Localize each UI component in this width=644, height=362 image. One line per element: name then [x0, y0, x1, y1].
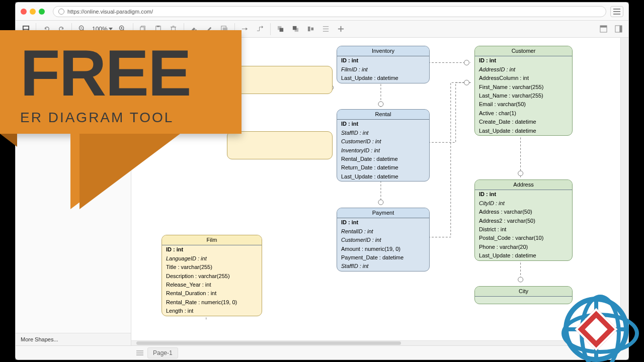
horizontal-scrollbar[interactable]: [131, 340, 612, 345]
outline-panel-button[interactable]: [611, 23, 625, 35]
entity-column: StaffID : int: [337, 129, 429, 137]
vp-logo: [558, 292, 634, 362]
zoom-in-button[interactable]: [116, 23, 130, 35]
entity-column: Last_Name : varchar(255): [475, 92, 572, 100]
svg-line-4: [83, 29, 85, 32]
svg-rect-27: [311, 28, 314, 31]
save-button[interactable]: [19, 23, 33, 35]
entity-column: Title : varchar(255): [162, 263, 262, 272]
entity-column: Active : char(1): [475, 109, 572, 118]
svg-rect-34: [600, 26, 606, 28]
entity-column: First_Name : varchar(255): [475, 83, 572, 92]
entity-box-hidden-2[interactable]: [227, 131, 333, 159]
svg-point-43: [518, 277, 523, 282]
svg-point-17: [195, 29, 197, 31]
zoom-level[interactable]: 100%: [90, 26, 115, 33]
undo-button[interactable]: [39, 23, 53, 35]
entity-column: Address2 : varchar(50): [475, 217, 572, 225]
entity-column: Length : int: [162, 307, 262, 315]
entity-column: AddressID : int: [475, 65, 572, 74]
svg-rect-14: [172, 27, 176, 32]
entity-address[interactable]: Address ID : intCityID : intAddress : va…: [474, 179, 573, 261]
more-shapes-button[interactable]: More Shapes...: [16, 333, 131, 345]
entity-rental[interactable]: Rental ID : intStaffID : intCustomerID :…: [337, 109, 430, 182]
entity-title: City: [475, 287, 572, 297]
svg-rect-23: [280, 28, 284, 32]
fill-color-button[interactable]: [187, 23, 201, 35]
align-button[interactable]: [304, 23, 318, 35]
svg-line-7: [123, 29, 126, 32]
entity-column: Return_Date : datetime: [337, 163, 429, 172]
entity-box-hidden-1[interactable]: [227, 66, 333, 94]
entity-payment[interactable]: Payment ID : intRentalID : intCustomerID…: [337, 208, 430, 272]
entity-column: CustomerID : int: [337, 236, 429, 244]
footer: Page-1: [16, 345, 628, 359]
entity-title: Customer: [475, 46, 572, 56]
search-placeholder: Search: [22, 44, 40, 50]
svg-rect-36: [619, 26, 622, 32]
search-input[interactable]: Search: [19, 41, 128, 53]
format-panel-button[interactable]: [596, 23, 610, 35]
entity-column: CityID : int: [475, 199, 572, 208]
paste-button[interactable]: [151, 23, 166, 35]
entity-column: ID : int: [475, 56, 572, 65]
menu-icon[interactable]: [610, 6, 623, 17]
svg-rect-13: [157, 26, 160, 27]
browser-titlebar: https://online.visual-paradigm.com/: [16, 3, 628, 21]
entity-column: FilmID : int: [337, 65, 429, 74]
entity-column: Description : varchar(255): [162, 272, 262, 281]
url-bar[interactable]: https://online.visual-paradigm.com/: [53, 6, 606, 17]
connector-style-button[interactable]: [238, 23, 252, 35]
entity-city[interactable]: City: [474, 286, 573, 304]
entity-column: Last_Update : datetime: [475, 251, 572, 260]
entity-column: ID : int: [337, 56, 429, 65]
entity-column: Last_Update : datetime: [337, 172, 429, 181]
entity-column: Rental_Date : datetime: [337, 155, 429, 163]
entity-customer[interactable]: Customer ID : intAddressID : intAddressC…: [474, 46, 573, 136]
svg-rect-26: [308, 27, 310, 31]
waypoint-button[interactable]: [253, 23, 267, 35]
to-front-button[interactable]: [274, 23, 288, 35]
svg-rect-1: [23, 27, 28, 29]
entity-title: Address: [475, 180, 572, 190]
entity-column: Amount : numeric(19, 0): [337, 245, 429, 253]
entity-column: ID : int: [162, 245, 262, 254]
svg-rect-20: [223, 28, 227, 32]
sidebar-category[interactable]: Entity Relationship: [16, 56, 131, 68]
distribute-button[interactable]: [319, 23, 333, 35]
shape-palette[interactable]: [16, 68, 131, 333]
line-color-button[interactable]: [202, 23, 216, 35]
entity-column: Rental_Rate : numeric(19, 0): [162, 298, 262, 307]
url-text: https://online.visual-paradigm.com/: [67, 9, 153, 15]
add-button[interactable]: [334, 23, 348, 35]
redo-button[interactable]: [54, 23, 68, 35]
svg-point-41: [464, 80, 469, 85]
svg-rect-2: [24, 30, 28, 32]
entity-film[interactable]: Film ID : intLanguageID : intTitle : var…: [162, 235, 262, 316]
entity-column: ID : int: [337, 120, 429, 128]
entity-column: ID : int: [337, 218, 429, 227]
delete-button[interactable]: [167, 23, 181, 35]
entity-column: StaffID : int: [337, 262, 429, 270]
entity-inventory[interactable]: Inventory ID : intFilmID : intLast_Updat…: [337, 46, 430, 83]
copy-button[interactable]: [136, 23, 150, 35]
entity-column: LanguageID : int: [162, 254, 262, 263]
svg-rect-11: [140, 27, 144, 32]
entity-column: RentalID : int: [337, 227, 429, 236]
to-back-button[interactable]: [289, 23, 303, 35]
svg-point-39: [378, 200, 383, 205]
diagram-canvas[interactable]: Inventory ID : intFilmID : intLast_Updat…: [131, 38, 620, 345]
window-buttons[interactable]: [21, 9, 45, 15]
entity-column: Payment_Date : datetime: [337, 253, 429, 262]
page-tab[interactable]: Page-1: [147, 347, 178, 358]
svg-rect-25: [293, 26, 297, 30]
site-info-icon: [58, 9, 64, 15]
shadow-button[interactable]: [217, 23, 231, 35]
zoom-out-button[interactable]: [75, 23, 89, 35]
toolbar: 100%: [16, 21, 628, 38]
entity-column: Postal_Code : varchar(10): [475, 234, 572, 242]
entity-column: Phone : varchar(20): [475, 243, 572, 251]
entity-column: AddressColumn : int: [475, 74, 572, 82]
entity-column: Email : varchar(50): [475, 100, 572, 109]
entity-column: Address : varchar(50): [475, 208, 572, 216]
